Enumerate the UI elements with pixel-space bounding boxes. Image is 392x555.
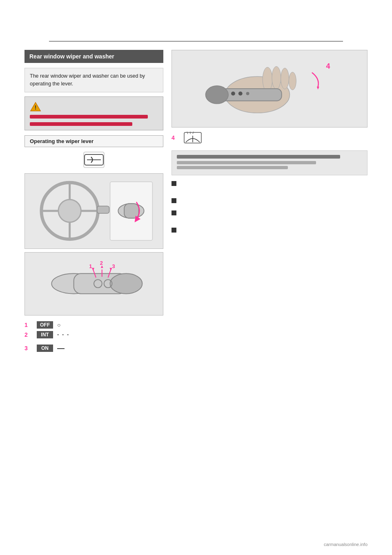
warning-triangle-icon: ! (30, 101, 41, 112)
svg-text:4: 4 (326, 62, 330, 70)
info-block-washer (172, 210, 368, 223)
top-rule (49, 41, 343, 42)
position-3-symbol: — (57, 344, 65, 353)
svg-text:!: ! (35, 104, 37, 111)
svg-point-41 (238, 92, 243, 96)
lever-positions-image: 1 2 3 (24, 252, 163, 316)
svg-point-7 (58, 199, 81, 222)
sub-section-title-text: Operating the wiper lever (30, 138, 94, 144)
info-line-2 (177, 166, 288, 169)
warning-box: ! (24, 96, 163, 130)
intro-box: The rear window wiper and washer can be … (24, 68, 163, 92)
position-2-num: 2 (24, 331, 33, 338)
bullet-icon-2 (172, 198, 176, 203)
bullet-icon-1 (172, 181, 176, 186)
section-title: Rear window wiper and washer (24, 50, 163, 63)
info-box-main (172, 150, 368, 175)
position-4-num: 4 (172, 134, 180, 141)
section-title-text: Rear window wiper and washer (29, 53, 114, 60)
svg-rect-15 (124, 204, 139, 218)
wiper-icon-box (24, 151, 163, 168)
bottom-logo: carmanualsonline.info (324, 542, 368, 547)
position-1-symbol: ○ (57, 322, 60, 328)
hand-lever-svg: 4 (172, 50, 367, 127)
page: Rear window wiper and washer The rear wi… (0, 0, 392, 555)
position-4-row: 4 (172, 131, 368, 145)
info-title-bar (177, 155, 340, 159)
position-1-row: 1 OFF ○ (24, 321, 163, 329)
steering-wheel-image (24, 173, 163, 249)
position-3-badge: ON (37, 345, 53, 352)
info-block-on (172, 197, 368, 206)
svg-line-46 (187, 132, 188, 134)
svg-point-40 (231, 92, 235, 96)
steering-svg (25, 174, 163, 248)
svg-point-34 (263, 67, 272, 92)
svg-point-36 (281, 68, 289, 89)
bullet-icon-3 (172, 210, 176, 215)
svg-text:3: 3 (112, 263, 115, 269)
intro-text: The rear window wiper and washer can be … (30, 73, 145, 87)
position-1-badge: OFF (37, 321, 53, 329)
main-layout: Rear window wiper and washer The rear wi… (0, 50, 392, 355)
svg-point-20 (110, 273, 142, 293)
hand-lever-image: 4 (172, 50, 368, 128)
warning-line-1 (30, 115, 148, 119)
position-2-row: 2 INT - - - (24, 331, 163, 338)
position-3-row: 3 ON — (24, 344, 163, 353)
position-1-num: 1 (24, 322, 33, 328)
right-column: 4 4 (172, 50, 368, 355)
position-2-badge: INT (37, 331, 53, 338)
svg-text:1: 1 (89, 263, 92, 269)
svg-line-48 (193, 132, 194, 134)
info-block-note (172, 227, 368, 235)
svg-point-35 (272, 67, 281, 89)
svg-point-39 (206, 86, 228, 104)
warning-line-2 (30, 122, 132, 126)
svg-rect-12 (97, 206, 109, 213)
lever-svg: 1 2 3 (25, 253, 163, 315)
info-block-int (172, 180, 368, 193)
positions-list: 1 OFF ○ 2 INT - - - 3 ON — (24, 321, 163, 353)
sub-section-title: Operating the wiper lever (24, 135, 163, 147)
info-line-1 (177, 161, 316, 164)
position-3-num: 3 (24, 345, 33, 351)
svg-text:2: 2 (100, 260, 103, 266)
washer-icon (184, 131, 202, 145)
svg-point-37 (289, 72, 296, 90)
left-column: Rear window wiper and washer The rear wi… (24, 50, 163, 355)
wiper-icon (83, 151, 105, 168)
washer-icon-box (184, 131, 202, 145)
position-2-symbol: - - - (57, 331, 69, 338)
bullet-icon-4 (172, 228, 176, 233)
svg-point-42 (246, 92, 249, 95)
